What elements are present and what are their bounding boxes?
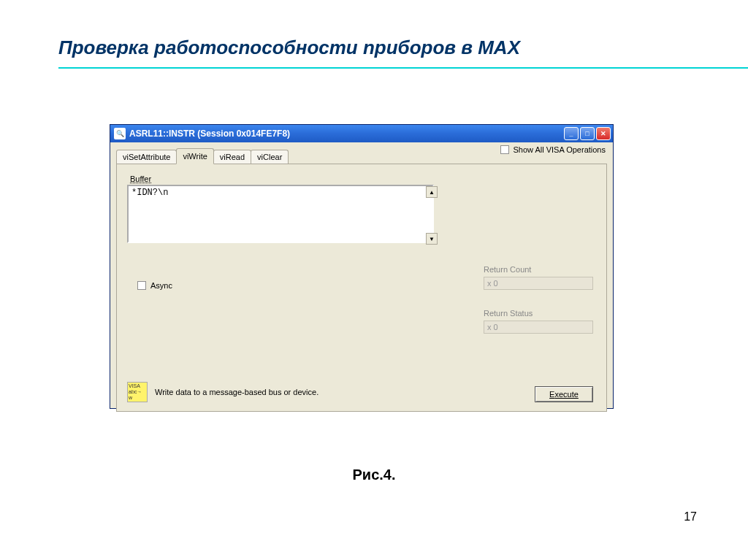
help-row: VISA abc→ w Write data to a message-base… bbox=[127, 382, 318, 402]
execute-button[interactable]: Execute bbox=[535, 386, 593, 402]
scroll-down-button[interactable]: ▼ bbox=[426, 233, 438, 245]
minimize-button[interactable]: _ bbox=[564, 127, 579, 140]
execute-rest: xecute bbox=[554, 390, 578, 399]
visa-window: 🔍 ASRL11::INSTR (Session 0x014FE7F8) _ □… bbox=[110, 124, 614, 409]
buffer-legend: Buffer bbox=[129, 174, 153, 183]
close-button[interactable]: ✕ bbox=[596, 127, 611, 140]
app-icon: 🔍 bbox=[114, 128, 126, 139]
buffer-group: Buffer *IDN?\n ▲ ▼ bbox=[127, 180, 438, 248]
tab-viread[interactable]: viRead bbox=[213, 150, 251, 164]
return-count-label: Return Count bbox=[484, 265, 593, 274]
tab-panel-viwrite: Buffer *IDN?\n ▲ ▼ Async Return Count x … bbox=[116, 164, 607, 412]
tab-viwrite[interactable]: viWrite bbox=[176, 148, 213, 164]
client-area: Show All VISA Operations viSetAttribute … bbox=[110, 142, 613, 408]
visa-write-icon: VISA abc→ w bbox=[127, 382, 148, 402]
page-number: 17 bbox=[684, 510, 697, 523]
title-underline bbox=[58, 67, 748, 69]
return-status-value: x 0 bbox=[484, 321, 593, 334]
return-status-label: Return Status bbox=[484, 309, 593, 318]
figure-caption: Рис.4. bbox=[353, 467, 396, 483]
titlebar-text: ASRL11::INSTR (Session 0x014FE7F8) bbox=[129, 129, 564, 139]
slide-title: Проверка работоспособности приборов в MA… bbox=[58, 37, 520, 59]
async-row: Async bbox=[137, 281, 172, 290]
scroll-up-button[interactable]: ▲ bbox=[426, 186, 438, 198]
buffer-textarea[interactable]: *IDN?\n bbox=[127, 185, 434, 243]
return-count-value: x 0 bbox=[484, 277, 593, 290]
window-buttons: _ □ ✕ bbox=[564, 127, 611, 140]
tab-viclear[interactable]: viClear bbox=[251, 150, 289, 164]
tab-visetattribute[interactable]: viSetAttribute bbox=[116, 150, 177, 164]
async-label: Async bbox=[150, 281, 172, 290]
async-checkbox[interactable] bbox=[137, 281, 146, 290]
help-text: Write data to a message-based bus or dev… bbox=[155, 388, 318, 396]
maximize-button[interactable]: □ bbox=[580, 127, 595, 140]
titlebar[interactable]: 🔍 ASRL11::INSTR (Session 0x014FE7F8) _ □… bbox=[110, 125, 613, 142]
tab-row: viSetAttribute viWrite viRead viClear bbox=[116, 148, 607, 164]
